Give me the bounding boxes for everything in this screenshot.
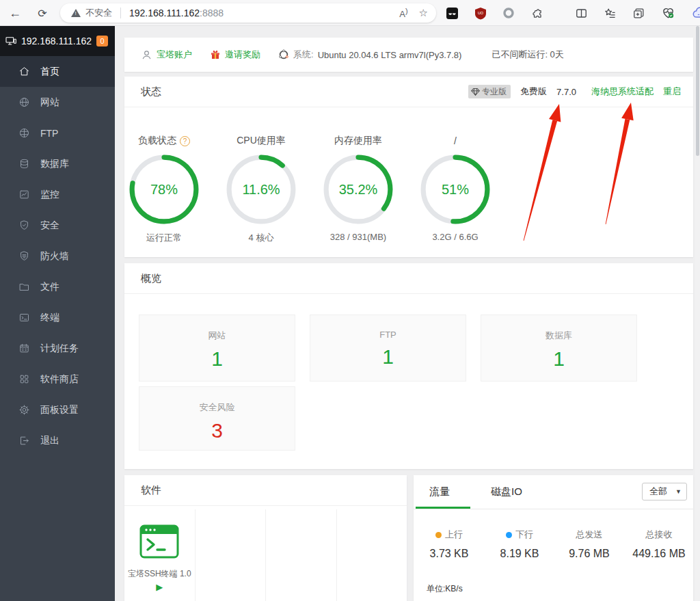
restart-link[interactable]: 重启 xyxy=(663,85,681,98)
scrollbar-thumb[interactable] xyxy=(696,26,699,156)
card-database[interactable]: 数据库 1 xyxy=(481,315,637,382)
loop-ring-icon[interactable] xyxy=(502,7,515,19)
sidebar-item-settings[interactable]: 面板设置 xyxy=(0,395,115,425)
invite-reward-link[interactable]: 邀请奖励 xyxy=(210,49,260,61)
server-ip: 192.168.111.162 xyxy=(21,36,92,46)
sidebar-item-ftp[interactable]: FTP xyxy=(0,118,115,148)
cloud-icon[interactable] xyxy=(692,6,700,20)
address-bar[interactable]: ! 不安全 192.168.111.162:8888 A) ☆ xyxy=(60,3,436,23)
main-content: 宝塔账户 邀请奖励 系统: Ubuntu 20.04.6 LTS armv7l(… xyxy=(115,26,700,601)
url-host[interactable]: 192.168.111.162:8888 xyxy=(129,8,224,18)
diamond-icon xyxy=(471,88,480,96)
bt-account-link[interactable]: 宝塔账户 xyxy=(141,49,192,61)
ublock-shield-icon[interactable]: UO xyxy=(474,7,487,20)
collections-add-icon[interactable] xyxy=(632,7,645,20)
gauge-memory: 内存使用率 35.2% 328 / 931(MB) xyxy=(310,134,406,242)
logout-icon xyxy=(18,435,30,446)
play-icon[interactable]: ▶ xyxy=(156,582,163,592)
sidebar-item-home[interactable]: 首页 xyxy=(0,56,115,87)
sidebar-item-security[interactable]: 安全 xyxy=(0,210,115,241)
stat-total-received: 总接收 449.16 MB xyxy=(625,529,693,560)
sidebar-item-database[interactable]: 数据库 xyxy=(0,148,115,179)
url-port: :8888 xyxy=(200,8,224,18)
tab-traffic[interactable]: 流量 xyxy=(429,475,450,508)
extensions-puzzle-icon[interactable] xyxy=(530,7,543,20)
software-panel: 软件 宝塔SSH终端 1.0 ▶ xyxy=(124,475,407,601)
sidebar-item-cron[interactable]: 计划任务 xyxy=(0,333,115,364)
gear-icon xyxy=(18,404,30,416)
software-title: 软件 xyxy=(141,484,161,497)
software-cell-empty xyxy=(337,509,407,601)
version-number: 7.7.0 xyxy=(556,87,576,97)
gauge-cpu: CPU使用率 11.6% 4 核心 xyxy=(213,134,309,244)
sidebar-item-appstore[interactable]: 软件商店 xyxy=(0,364,115,395)
uptime-label: 已不间断运行: 0天 xyxy=(492,49,563,61)
software-cell-empty xyxy=(266,509,337,601)
sidebar-item-monitor[interactable]: 监控 xyxy=(0,179,115,210)
server-monitor-icon xyxy=(5,36,16,46)
browser-essentials-icon[interactable] xyxy=(661,6,675,20)
status-panel: 状态 专业版 免费版 7.7.0 海纳思系统适配 重启 负载状态? 78% xyxy=(124,77,693,257)
browser-toolbar: ← ⟳ ! 不安全 192.168.111.162:8888 A) ☆ UO xyxy=(0,0,700,26)
address-divider xyxy=(120,8,121,18)
status-title: 状态 xyxy=(141,85,161,98)
server-ip-header[interactable]: 192.168.111.162 0 xyxy=(0,26,115,56)
card-security-risk[interactable]: 安全风险 3 xyxy=(139,386,295,451)
downstream-dot-icon xyxy=(506,532,512,538)
security-label[interactable]: 不安全 xyxy=(85,7,112,19)
svg-text:UO: UO xyxy=(478,10,484,14)
sidebar-item-files[interactable]: 文件 xyxy=(0,271,115,302)
overview-title: 概览 xyxy=(141,272,161,285)
shield-check-icon xyxy=(18,219,30,231)
ssh-terminal-icon[interactable] xyxy=(139,524,179,559)
ubuntu-icon xyxy=(278,49,289,60)
user-icon xyxy=(141,49,152,61)
stat-upstream: 上行 3.73 KB xyxy=(415,529,483,560)
tab-disk-io[interactable]: 磁盘IO xyxy=(491,475,522,508)
back-button[interactable]: ← xyxy=(4,0,26,26)
software-cell-empty xyxy=(196,509,267,601)
globe-icon xyxy=(18,96,30,108)
grid-icon xyxy=(18,373,30,385)
globe-lines-icon xyxy=(18,127,30,139)
system-info: 系统: Ubuntu 20.04.6 LTS armv7l(Py3.7.8) xyxy=(278,49,461,61)
insecure-warning-icon: ! xyxy=(71,9,81,17)
gauge-load: 负载状态? 78% 运行正常 xyxy=(116,134,212,244)
database-icon xyxy=(18,158,30,170)
stat-downstream: 下行 8.19 KB xyxy=(485,529,554,560)
upstream-dot-icon xyxy=(435,532,442,538)
dark-reader-icon[interactable] xyxy=(446,7,459,20)
favorites-list-icon[interactable] xyxy=(604,7,617,20)
hainas-adapt-link[interactable]: 海纳思系统适配 xyxy=(591,85,654,98)
traffic-panel: 流量 磁盘IO 全部 ▼ 上行 3.73 KB 下行 8.19 KB 总发送 9… xyxy=(414,475,693,601)
home-icon xyxy=(18,66,30,77)
split-screen-icon[interactable] xyxy=(575,7,588,20)
notification-badge[interactable]: 0 xyxy=(96,36,108,46)
calendar-icon xyxy=(18,343,30,354)
scrollbar-track[interactable] xyxy=(695,26,700,601)
shield-waf-icon xyxy=(18,250,30,262)
overview-panel: 概览 网站 1 FTP 1 数据库 1 安全风险 3 xyxy=(124,263,693,469)
sidebar-item-terminal[interactable]: 终端 xyxy=(0,302,115,333)
monitor-chart-icon xyxy=(18,189,30,200)
unit-label: 单位:KB/s xyxy=(427,583,463,595)
account-info-bar: 宝塔账户 邀请奖励 系统: Ubuntu 20.04.6 LTS armv7l(… xyxy=(124,38,693,72)
card-website[interactable]: 网站 1 xyxy=(139,315,295,382)
refresh-button[interactable]: ⟳ xyxy=(31,0,53,26)
read-aloud-icon[interactable]: A) xyxy=(399,7,407,19)
sidebar-item-website[interactable]: 网站 xyxy=(0,87,115,118)
edition-label: 免费版 xyxy=(520,85,547,98)
sidebar-item-firewall[interactable]: 防火墙 xyxy=(0,241,115,271)
stat-total-sent: 总发送 9.76 MB xyxy=(555,529,623,560)
sidebar-item-logout[interactable]: 退出 xyxy=(0,425,115,456)
software-cell-ssh-terminal[interactable]: 宝塔SSH终端 1.0 ▶ xyxy=(124,509,196,601)
chevron-down-icon: ▼ xyxy=(675,488,682,495)
extension-icons-row: UO xyxy=(442,0,700,26)
software-name[interactable]: 宝塔SSH终端 1.0 xyxy=(128,568,191,580)
pro-version-badge[interactable]: 专业版 xyxy=(468,85,511,98)
traffic-filter-select[interactable]: 全部 ▼ xyxy=(642,483,687,500)
favorite-star-icon[interactable]: ☆ xyxy=(419,7,428,19)
terminal-icon xyxy=(18,312,30,323)
card-ftp[interactable]: FTP 1 xyxy=(310,315,466,382)
load-help-icon[interactable]: ? xyxy=(180,136,190,146)
